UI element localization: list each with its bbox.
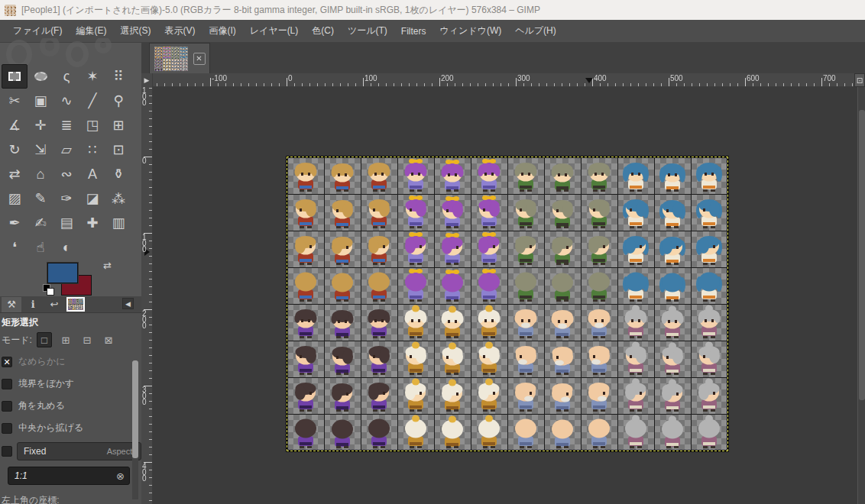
bucket-fill-tool-icon[interactable]: ⚱ [105, 162, 131, 186]
dock-collapse-button[interactable]: ◀ [122, 298, 134, 309]
mode-replace-button[interactable]: □ [37, 332, 52, 347]
shear-tool-icon[interactable]: ▱ [53, 137, 79, 162]
unified-transform-tool-icon[interactable]: ⊞ [105, 113, 131, 137]
swap-colors-icon[interactable]: ⇄ [103, 260, 112, 271]
scale-tool-icon[interactable]: ⇲ [28, 137, 53, 162]
horizontal-ruler[interactable]: -1000100200300400500600700 [153, 73, 854, 87]
crop-tool-icon[interactable]: ◳ [79, 113, 105, 137]
gradient-tool-icon[interactable]: ▨ [2, 186, 28, 211]
device-status-dock-tab[interactable]: ℹ [23, 297, 43, 312]
mode-label: モード: [2, 334, 32, 347]
toolbox-panel: ς✶⠿✂▣∿╱⚲∡✛≣◳⊞↻⇲▱∷⊡⇄⌂∾A⚱▨✎✑◪⁂✒✍▤✚▥❛☝◐ ⇄ ⚒… [0, 43, 141, 504]
perspective-clone-tool-icon[interactable]: ▥ [105, 211, 131, 235]
tool-grid: ς✶⠿✂▣∿╱⚲∡✛≣◳⊞↻⇲▱∷⊡⇄⌂∾A⚱▨✎✑◪⁂✒✍▤✚▥❛☝◐ [2, 64, 133, 260]
ruler-corner-menu-button[interactable]: ▶ [141, 73, 153, 87]
layer-boundary [287, 157, 728, 451]
handle-transform-tool-icon[interactable]: ∷ [79, 137, 105, 162]
fuzzy-select-tool-icon[interactable]: ✶ [79, 64, 105, 89]
ruler-tick-label: 400 [594, 74, 607, 82]
images-dock-tab[interactable] [66, 297, 86, 312]
checkbox[interactable] [2, 401, 12, 412]
ruler-tick-label: 700 [823, 74, 836, 82]
heal-tool-icon[interactable]: ✚ [79, 211, 105, 235]
blur-sharpen-tool-icon[interactable]: ❛ [2, 235, 28, 260]
menu-item[interactable]: ウィンドウ(W) [433, 20, 509, 42]
ruler-tick-label: - 1 0 0 [142, 87, 147, 106]
ink-tool-icon[interactable]: ✒ [2, 211, 28, 235]
dodge-burn-tool-icon[interactable]: ◐ [53, 235, 79, 260]
measure-tool-icon[interactable]: ∡ [2, 113, 28, 137]
image-tab[interactable]: ✕ [149, 43, 210, 73]
paths-tool-icon[interactable]: ∿ [53, 89, 79, 113]
warp-transform-tool-icon[interactable]: ∾ [53, 162, 79, 186]
foreground-select-tool-icon[interactable]: ▣ [28, 89, 53, 113]
ruler-tick-label: 200 [441, 74, 454, 82]
checkbox[interactable]: ✕ [2, 357, 12, 367]
menu-item[interactable]: Filters [394, 21, 433, 41]
text-tool-icon[interactable]: A [79, 162, 105, 186]
clear-input-icon[interactable]: ⊗ [116, 470, 125, 482]
ruler-tick-label: 2 0 0 [142, 311, 147, 329]
airbrush-tool-icon[interactable]: ⁂ [105, 186, 131, 211]
rotate-tool-icon[interactable]: ↻ [2, 137, 28, 162]
checkbox[interactable] [2, 379, 12, 389]
option-row: 境界をぼかす [0, 373, 141, 395]
vertical-scrollbar[interactable] [857, 87, 865, 504]
menu-item[interactable]: ヘルプ(H) [508, 20, 563, 42]
free-select-tool-icon[interactable]: ς [53, 64, 79, 89]
color-picker-tool-icon[interactable]: ╱ [79, 89, 105, 113]
move-tool-icon[interactable]: ✛ [28, 113, 53, 137]
ruler-tick-label: 600 [747, 74, 760, 82]
window-title: [People1] (インポートされた画像)-5.0 (RGBカラー 8-bit… [21, 4, 540, 17]
fixed-checkbox[interactable] [2, 446, 12, 457]
checkbox-label: なめらかに [18, 355, 65, 368]
checkbox[interactable] [2, 423, 12, 434]
checkbox-label: 境界をぼかす [18, 377, 74, 390]
zoom-tool-icon[interactable]: ⚲ [105, 89, 131, 113]
mypaint-brush-tool-icon[interactable]: ✍ [28, 211, 53, 235]
option-row: ✕なめらかに [0, 351, 141, 373]
mode-add-button[interactable]: ⊞ [58, 332, 73, 347]
align-tool-icon[interactable]: ≣ [53, 113, 79, 137]
undo-history-dock-tab[interactable]: ↩ [44, 297, 64, 312]
3d-transform-tool-icon[interactable]: ⊡ [105, 137, 131, 162]
sprite-sheet-image[interactable] [287, 157, 727, 451]
tool-options-scrollbar[interactable] [132, 360, 138, 499]
select-by-color-tool-icon[interactable]: ⠿ [105, 64, 131, 89]
pencil-tool-icon[interactable]: ✎ [28, 186, 53, 211]
aspect-ratio-input[interactable]: 1:1 ⊗ [8, 467, 130, 485]
ruler-tick-label: 500 [670, 74, 683, 82]
menu-item[interactable]: ツール(T) [341, 20, 394, 42]
menu-item[interactable]: 色(C) [305, 20, 341, 42]
scissors-select-tool-icon[interactable]: ✂ [2, 89, 28, 113]
eraser-tool-icon[interactable]: ◪ [79, 186, 105, 211]
rectangle-select-tool-icon[interactable] [2, 64, 28, 89]
clone-tool-icon[interactable]: ▤ [53, 211, 79, 235]
smudge-tool-icon[interactable]: ☝ [28, 235, 53, 260]
image-tab-bar: ✕ [141, 43, 865, 73]
cage-transform-tool-icon[interactable]: ⌂ [28, 162, 53, 186]
tool-options-panel: 矩形選択 モード: □⊞⊟⊠ ✕なめらかに境界をぼかす角を丸める中央から拡げる … [0, 313, 141, 504]
menu-item[interactable]: 表示(V) [157, 20, 202, 42]
tool-options-dock-tab[interactable]: ⚒ [2, 297, 21, 312]
menu-item[interactable]: 画像(I) [202, 20, 242, 42]
ruler-tick-label: 4 0 0 [142, 464, 147, 482]
close-tab-icon[interactable]: ✕ [193, 53, 206, 65]
ellipse-select-tool-icon[interactable] [28, 64, 53, 89]
flip-tool-icon[interactable]: ⇄ [2, 162, 28, 186]
gimp-app-icon [5, 5, 16, 16]
fixed-dropdown[interactable]: Fixed Aspect r [17, 442, 141, 460]
foreground-color-swatch[interactable] [47, 263, 78, 283]
vertical-ruler[interactable]: - 1 0 001 0 02 0 03 0 04 0 0 [141, 87, 153, 504]
dock-tab-bar: ⚒ℹ↩ [0, 296, 141, 313]
mode-intersect-button[interactable]: ⊠ [101, 332, 116, 347]
canvas-viewport[interactable] [153, 87, 857, 504]
images-dock-thumbnail [66, 297, 85, 312]
paintbrush-tool-icon[interactable]: ✑ [53, 186, 79, 211]
tool-options-title: 矩形選択 [0, 313, 141, 331]
mode-subtract-button[interactable]: ⊟ [79, 332, 95, 347]
zoom-follow-window-button[interactable]: ⊡ [854, 73, 865, 87]
mode-row: モード: □⊞⊟⊠ [0, 331, 141, 351]
aspect-ratio-value: 1:1 [15, 470, 28, 481]
menu-item[interactable]: レイヤー(L) [243, 20, 306, 42]
